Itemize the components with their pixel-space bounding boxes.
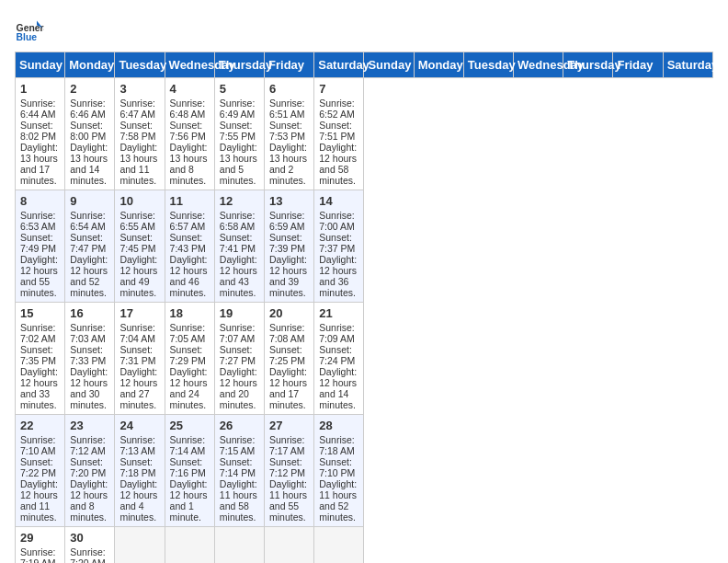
calendar-cell: 7Sunrise: 6:52 AMSunset: 7:51 PMDaylight…	[314, 78, 364, 190]
day-number: 18	[170, 306, 210, 320]
day-number: 3	[119, 82, 159, 96]
calendar-cell: 12Sunrise: 6:58 AMSunset: 7:41 PMDayligh…	[214, 190, 264, 303]
day-number: 9	[70, 194, 109, 208]
col-header-monday: Monday	[414, 52, 463, 78]
sunrise-text: Sunrise: 6:49 AM	[220, 98, 256, 120]
col-header-tuesday: Tuesday	[115, 52, 165, 78]
sunrise-text: Sunrise: 7:12 AM	[70, 434, 106, 456]
daylight-text: Daylight: 12 hours and 33 minutes.	[20, 366, 58, 410]
col-header-friday: Friday	[613, 52, 663, 78]
day-number: 23	[70, 419, 109, 432]
sunrise-text: Sunrise: 6:48 AM	[170, 98, 206, 120]
day-number: 6	[269, 82, 309, 96]
sunrise-text: Sunrise: 7:20 AM	[70, 546, 106, 563]
calendar-cell	[214, 527, 264, 564]
daylight-text: Daylight: 12 hours and 58 minutes.	[319, 142, 357, 186]
col-header-sunday: Sunday	[364, 52, 414, 78]
calendar-cell: 17Sunrise: 7:04 AMSunset: 7:31 PMDayligh…	[115, 303, 165, 415]
calendar-cell: 1Sunrise: 6:44 AMSunset: 8:02 PMDaylight…	[16, 78, 65, 190]
calendar-cell: 16Sunrise: 7:03 AMSunset: 7:33 PMDayligh…	[65, 303, 115, 415]
daylight-text: Daylight: 13 hours and 14 minutes.	[70, 142, 108, 186]
sunrise-text: Sunrise: 7:07 AM	[220, 322, 256, 344]
day-number: 17	[119, 306, 159, 320]
logo: General Blue	[15, 15, 44, 44]
day-number: 10	[119, 194, 159, 208]
day-number: 28	[319, 419, 358, 432]
day-number: 20	[269, 306, 309, 320]
sunrise-text: Sunrise: 6:58 AM	[220, 210, 256, 232]
calendar-cell: 8Sunrise: 6:53 AMSunset: 7:49 PMDaylight…	[16, 190, 65, 303]
sunrise-text: Sunrise: 7:15 AM	[220, 434, 256, 456]
day-number: 7	[319, 82, 358, 96]
calendar-cell: 24Sunrise: 7:13 AMSunset: 7:18 PMDayligh…	[115, 415, 165, 527]
sunrise-text: Sunrise: 6:47 AM	[119, 98, 155, 120]
calendar-week-row: 22Sunrise: 7:10 AMSunset: 7:22 PMDayligh…	[16, 415, 713, 527]
daylight-text: Daylight: 13 hours and 11 minutes.	[119, 142, 157, 186]
sunrise-text: Sunrise: 6:59 AM	[269, 210, 305, 232]
sunset-text: Sunset: 7:51 PM	[319, 120, 355, 142]
day-number: 2	[70, 82, 109, 96]
sunrise-text: Sunrise: 7:13 AM	[119, 434, 155, 456]
day-number: 8	[20, 194, 60, 208]
sunset-text: Sunset: 7:20 PM	[70, 456, 106, 478]
sunset-text: Sunset: 7:53 PM	[269, 120, 305, 142]
daylight-text: Daylight: 12 hours and 27 minutes.	[119, 366, 157, 410]
calendar-week-row: 15Sunrise: 7:02 AMSunset: 7:35 PMDayligh…	[16, 303, 713, 415]
sunrise-text: Sunrise: 7:14 AM	[170, 434, 206, 456]
sunrise-text: Sunrise: 7:05 AM	[170, 322, 206, 344]
daylight-text: Daylight: 12 hours and 20 minutes.	[220, 366, 257, 410]
daylight-text: Daylight: 11 hours and 55 minutes.	[269, 478, 307, 523]
calendar-cell: 2Sunrise: 6:46 AMSunset: 8:00 PMDaylight…	[65, 78, 115, 190]
day-number: 24	[119, 419, 159, 432]
daylight-text: Daylight: 12 hours and 46 minutes.	[170, 254, 208, 298]
sunset-text: Sunset: 7:16 PM	[170, 456, 206, 478]
col-header-thursday: Thursday	[563, 52, 613, 78]
daylight-text: Daylight: 12 hours and 24 minutes.	[170, 366, 208, 410]
daylight-text: Daylight: 11 hours and 52 minutes.	[319, 478, 357, 523]
day-number: 21	[319, 306, 358, 320]
day-number: 30	[70, 531, 109, 545]
day-number: 15	[20, 306, 60, 320]
calendar-cell: 6Sunrise: 6:51 AMSunset: 7:53 PMDaylight…	[265, 78, 314, 190]
sunset-text: Sunset: 7:31 PM	[119, 344, 155, 366]
sunrise-text: Sunrise: 7:17 AM	[269, 434, 305, 456]
day-number: 19	[220, 306, 259, 320]
sunset-text: Sunset: 7:41 PM	[220, 232, 256, 254]
sunset-text: Sunset: 7:45 PM	[119, 232, 155, 254]
day-number: 14	[319, 194, 358, 208]
sunrise-text: Sunrise: 6:54 AM	[70, 210, 106, 232]
calendar-week-row: 1Sunrise: 6:44 AMSunset: 8:02 PMDaylight…	[16, 78, 713, 190]
day-number: 16	[70, 306, 109, 320]
sunset-text: Sunset: 7:56 PM	[170, 120, 206, 142]
day-number: 5	[220, 82, 259, 96]
sunset-text: Sunset: 7:10 PM	[319, 456, 355, 478]
sunrise-text: Sunrise: 6:52 AM	[319, 98, 355, 120]
calendar-cell: 29Sunrise: 7:19 AMSunset: 7:08 PMDayligh…	[16, 527, 65, 564]
sunset-text: Sunset: 7:35 PM	[20, 344, 56, 366]
sunset-text: Sunset: 7:18 PM	[119, 456, 155, 478]
sunset-text: Sunset: 7:27 PM	[220, 344, 256, 366]
daylight-text: Daylight: 13 hours and 8 minutes.	[170, 142, 208, 186]
sunrise-text: Sunrise: 6:55 AM	[119, 210, 155, 232]
sunrise-text: Sunrise: 6:51 AM	[269, 98, 305, 120]
day-number: 27	[269, 419, 309, 432]
day-number: 11	[170, 194, 210, 208]
sunset-text: Sunset: 7:33 PM	[70, 344, 106, 366]
sunset-text: Sunset: 7:39 PM	[269, 232, 305, 254]
sunrise-text: Sunrise: 7:00 AM	[319, 210, 355, 232]
day-number: 22	[20, 419, 60, 432]
calendar-cell: 22Sunrise: 7:10 AMSunset: 7:22 PMDayligh…	[16, 415, 65, 527]
calendar-cell: 9Sunrise: 6:54 AMSunset: 7:47 PMDaylight…	[65, 190, 115, 303]
sunset-text: Sunset: 8:02 PM	[20, 120, 56, 142]
calendar-cell: 15Sunrise: 7:02 AMSunset: 7:35 PMDayligh…	[16, 303, 65, 415]
calendar-cell	[165, 527, 214, 564]
col-header-saturday: Saturday	[663, 52, 712, 78]
daylight-text: Daylight: 13 hours and 2 minutes.	[269, 142, 307, 186]
calendar-cell	[265, 527, 314, 564]
calendar-cell: 27Sunrise: 7:17 AMSunset: 7:12 PMDayligh…	[265, 415, 314, 527]
day-number: 12	[220, 194, 259, 208]
daylight-text: Daylight: 12 hours and 14 minutes.	[319, 366, 357, 410]
calendar-cell: 21Sunrise: 7:09 AMSunset: 7:24 PMDayligh…	[314, 303, 364, 415]
calendar-week-row: 8Sunrise: 6:53 AMSunset: 7:49 PMDaylight…	[16, 190, 713, 303]
calendar-cell: 19Sunrise: 7:07 AMSunset: 7:27 PMDayligh…	[214, 303, 264, 415]
